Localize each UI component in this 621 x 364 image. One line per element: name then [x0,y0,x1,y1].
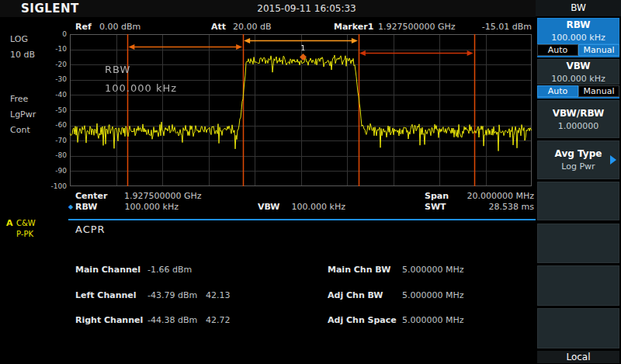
acpr-adj-chn-space-label: Adj Chn Space [328,315,397,325]
y-tick: -90 [41,167,67,175]
rbw-button-label: RBW [567,19,591,30]
acpr-title: ACPR [75,224,106,235]
att-value: 20.00 dB [233,22,272,32]
vbw-manual-option[interactable]: Manual [578,85,619,97]
acpr-adj-chn-bw-value: 5.000000 MHz [402,290,464,300]
acpr-adj-chn-space-value: 5.000000 MHz [402,315,464,325]
status-trigger: Free [10,94,28,104]
acpr-main-chn-bw-value: 5.000000 MHz [402,265,464,275]
vbw-rbw-value: 1.000000 [558,121,599,131]
rbw-button-value: 100.000 kHz [551,33,605,43]
y-tick: -20 [41,61,67,68]
avg-type-label: Avg Type [555,148,602,159]
rbw-button[interactable]: RBW 100.000 kHz [537,18,619,44]
y-tick: -40 [41,91,67,99]
softkey-blank-4[interactable] [537,308,619,348]
marker-level: -15.01 dBm [458,22,532,32]
swt-label: SWT [425,202,446,212]
softkey-blank-2[interactable] [537,224,619,263]
top-bar: SIGLENT 2015-09-11 16:05:33 [0,0,536,17]
span-value: 20.000000 MHz [446,191,534,201]
y-tick: 0 [41,30,67,38]
trace-detector: P-PK [16,230,33,238]
status-log: LOG [10,34,28,44]
status-avg-type: LgPwr [10,109,36,120]
vbw-rbw-ratio-button[interactable]: VBW/RBW 1.000000 [537,100,619,138]
rbw-manual-diamond-icon: ◆ [68,203,73,210]
rbw-auto-manual-toggle[interactable]: Auto Manual [537,44,619,56]
ref-label: Ref [75,22,92,32]
vbw-label: VBW [258,202,279,212]
y-tick: -50 [41,106,67,114]
vbw-auto-manual-toggle[interactable]: Auto Manual [537,85,619,97]
menu-title: BW [536,0,621,17]
y-tick: -100 [41,182,67,190]
rbw-value: 100.000 kHz [109,202,179,212]
acpr-main-channel-value: -1.66 dBm [147,265,192,275]
softkey-menu: BW RBW 100.000 kHz Auto Manual VBW 100.0… [536,0,621,364]
y-tick: -10 [41,45,67,53]
vbw-value: 100.000 kHz [279,202,345,212]
status-scale: 10 dB [10,50,35,60]
acpr-main-chn-bw-label: Main Chn BW [328,265,390,275]
center-label: Center [75,191,108,201]
y-tick: -70 [41,137,67,144]
vbw-rbw-label: VBW/RBW [553,108,604,119]
ref-value: 0.00 dBm [99,22,141,32]
span-label: Span [425,191,449,201]
vbw-button-label: VBW [566,61,590,71]
acpr-left-channel-label: Left Channel [75,290,137,300]
acpr-main-channel-label: Main Channel [75,265,141,275]
rbw-overlay-label: RBW [105,64,130,75]
y-tick: -30 [41,75,67,83]
avg-type-value: Log Pwr [561,161,595,172]
trace-mode: C&W [16,219,36,227]
marker-freq: 1.927500000 GHz [378,22,456,32]
acpr-adj-chn-bw-label: Adj Chn BW [328,290,383,300]
vbw-active-underline [537,97,619,99]
vbw-auto-option[interactable]: Auto [537,85,578,97]
siglent-logo: SIGLENT [21,2,79,16]
marker-label: Marker1 [334,22,373,32]
section-divider [68,219,537,220]
y-tick: -60 [41,121,67,129]
spectrum-plot[interactable]: RBW 100.000 kHz [70,34,532,186]
acpr-right-channel-label: Right Channel [75,315,143,325]
att-label: Att [211,22,226,32]
center-value: 1.927500000 GHz [124,191,202,201]
acpr-left-channel-value: -43.79 dBm [147,290,197,300]
softkey-blank-1[interactable] [537,182,619,220]
acpr-left-channel-ratio: 42.13 [206,290,231,300]
softkey-blank-3[interactable] [537,265,619,306]
rbw-auto-option[interactable]: Auto [537,44,578,56]
trace-a-indicator: A [6,218,13,228]
status-sweep: Cont [10,125,30,135]
rbw-overlay-value: 100.000 kHz [105,82,177,94]
submenu-arrow-icon [610,155,616,165]
vbw-button-value: 100.000 kHz [551,74,605,84]
avg-type-button[interactable]: Avg Type Log Pwr [537,140,619,179]
rbw-manual-option[interactable]: Manual [578,44,619,56]
acpr-right-channel-value: -44.38 dBm [147,315,197,325]
local-button[interactable]: Local [537,351,619,363]
vbw-button[interactable]: VBW 100.000 kHz [537,59,619,85]
swt-value: 28.538 ms [446,202,534,212]
spectrum-canvas[interactable] [70,34,532,186]
y-tick: -80 [41,151,67,159]
rbw-active-underline [537,56,619,57]
acpr-right-channel-ratio: 42.72 [206,315,231,325]
datetime: 2015-09-11 16:05:33 [237,3,376,14]
rbw-label: RBW [75,202,97,212]
